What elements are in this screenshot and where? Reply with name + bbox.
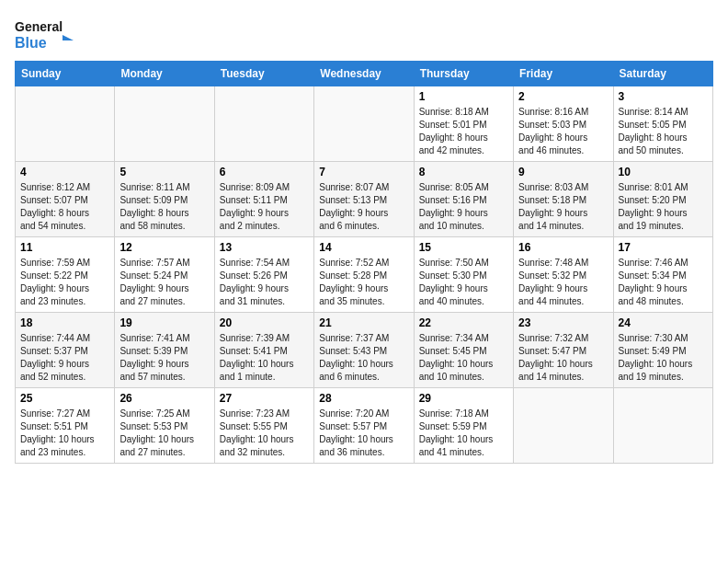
calendar-cell: 7Sunrise: 8:07 AM Sunset: 5:13 PM Daylig… — [314, 162, 414, 237]
calendar-cell — [514, 388, 613, 464]
calendar-cell: 13Sunrise: 7:54 AM Sunset: 5:26 PM Dayli… — [214, 237, 313, 313]
day-number: 6 — [220, 166, 309, 178]
day-number: 13 — [220, 241, 309, 254]
calendar-cell: 1Sunrise: 8:18 AM Sunset: 5:01 PM Daylig… — [414, 86, 513, 162]
day-number: 2 — [518, 90, 608, 103]
day-number: 23 — [518, 316, 608, 329]
day-info: Sunrise: 7:18 AM Sunset: 5:59 PM Dayligh… — [419, 408, 508, 459]
calendar-cell: 19Sunrise: 7:41 AM Sunset: 5:39 PM Dayli… — [115, 313, 214, 388]
day-info: Sunrise: 8:18 AM Sunset: 5:01 PM Dayligh… — [419, 106, 508, 157]
calendar-cell: 28Sunrise: 7:20 AM Sunset: 5:57 PM Dayli… — [314, 388, 414, 464]
logo-icon: GeneralBlue — [15, 15, 79, 52]
day-number: 27 — [220, 392, 309, 405]
day-info: Sunrise: 8:07 AM Sunset: 5:13 PM Dayligh… — [319, 181, 408, 233]
calendar-week-row: 18Sunrise: 7:44 AM Sunset: 5:37 PM Dayli… — [16, 313, 713, 388]
weekday-header: Tuesday — [214, 62, 313, 86]
calendar-week-row: 4Sunrise: 8:12 AM Sunset: 5:07 PM Daylig… — [16, 162, 713, 237]
day-info: Sunrise: 7:20 AM Sunset: 5:57 PM Dayligh… — [319, 408, 408, 459]
calendar-week-row: 11Sunrise: 7:59 AM Sunset: 5:22 PM Dayli… — [16, 237, 713, 313]
day-number: 25 — [20, 392, 109, 405]
calendar-cell: 14Sunrise: 7:52 AM Sunset: 5:28 PM Dayli… — [314, 237, 414, 313]
day-number: 15 — [419, 241, 508, 254]
day-number: 11 — [20, 241, 109, 254]
day-info: Sunrise: 8:14 AM Sunset: 5:05 PM Dayligh… — [619, 106, 708, 157]
calendar-cell: 20Sunrise: 7:39 AM Sunset: 5:41 PM Dayli… — [214, 313, 313, 388]
day-number: 12 — [119, 241, 209, 254]
calendar-cell — [314, 86, 414, 162]
day-info: Sunrise: 8:12 AM Sunset: 5:07 PM Dayligh… — [20, 181, 109, 233]
calendar-cell: 22Sunrise: 7:34 AM Sunset: 5:45 PM Dayli… — [414, 313, 513, 388]
weekday-header: Wednesday — [314, 62, 414, 86]
calendar-week-row: 1Sunrise: 8:18 AM Sunset: 5:01 PM Daylig… — [16, 86, 713, 162]
day-number: 3 — [619, 90, 708, 103]
day-info: Sunrise: 7:44 AM Sunset: 5:37 PM Dayligh… — [20, 332, 109, 384]
day-info: Sunrise: 7:34 AM Sunset: 5:45 PM Dayligh… — [419, 332, 508, 384]
calendar-table: SundayMondayTuesdayWednesdayThursdayFrid… — [15, 61, 713, 464]
day-info: Sunrise: 8:16 AM Sunset: 5:03 PM Dayligh… — [518, 106, 608, 157]
day-info: Sunrise: 7:54 AM Sunset: 5:26 PM Dayligh… — [220, 257, 309, 308]
day-info: Sunrise: 7:59 AM Sunset: 5:22 PM Dayligh… — [20, 257, 109, 308]
page-header: GeneralBlue — [15, 15, 713, 52]
calendar-header-row: SundayMondayTuesdayWednesdayThursdayFrid… — [16, 62, 713, 86]
svg-text:Blue: Blue — [15, 35, 47, 51]
calendar-cell: 24Sunrise: 7:30 AM Sunset: 5:49 PM Dayli… — [613, 313, 712, 388]
day-info: Sunrise: 7:27 AM Sunset: 5:51 PM Dayligh… — [20, 408, 109, 459]
calendar-cell: 6Sunrise: 8:09 AM Sunset: 5:11 PM Daylig… — [214, 162, 313, 237]
day-number: 16 — [518, 241, 608, 254]
day-info: Sunrise: 8:09 AM Sunset: 5:11 PM Dayligh… — [220, 181, 309, 233]
calendar-cell: 8Sunrise: 8:05 AM Sunset: 5:16 PM Daylig… — [414, 162, 513, 237]
day-number: 1 — [419, 90, 508, 103]
day-info: Sunrise: 8:11 AM Sunset: 5:09 PM Dayligh… — [119, 181, 209, 233]
svg-marker-2 — [63, 35, 74, 40]
calendar-cell: 25Sunrise: 7:27 AM Sunset: 5:51 PM Dayli… — [16, 388, 115, 464]
day-info: Sunrise: 7:23 AM Sunset: 5:55 PM Dayligh… — [220, 408, 309, 459]
calendar-cell: 27Sunrise: 7:23 AM Sunset: 5:55 PM Dayli… — [214, 388, 313, 464]
calendar-cell: 21Sunrise: 7:37 AM Sunset: 5:43 PM Dayli… — [314, 313, 414, 388]
calendar-cell: 9Sunrise: 8:03 AM Sunset: 5:18 PM Daylig… — [514, 162, 613, 237]
weekday-header: Monday — [115, 62, 214, 86]
day-number: 4 — [20, 166, 109, 178]
calendar-cell: 26Sunrise: 7:25 AM Sunset: 5:53 PM Dayli… — [115, 388, 214, 464]
day-info: Sunrise: 7:50 AM Sunset: 5:30 PM Dayligh… — [419, 257, 508, 308]
day-number: 22 — [419, 316, 508, 329]
day-number: 10 — [619, 166, 708, 178]
day-info: Sunrise: 7:52 AM Sunset: 5:28 PM Dayligh… — [319, 257, 408, 308]
calendar-cell: 11Sunrise: 7:59 AM Sunset: 5:22 PM Dayli… — [16, 237, 115, 313]
day-info: Sunrise: 7:46 AM Sunset: 5:34 PM Dayligh… — [619, 257, 708, 308]
calendar-cell: 16Sunrise: 7:48 AM Sunset: 5:32 PM Dayli… — [514, 237, 613, 313]
day-number: 24 — [619, 316, 708, 329]
calendar-week-row: 25Sunrise: 7:27 AM Sunset: 5:51 PM Dayli… — [16, 388, 713, 464]
weekday-header: Friday — [514, 62, 613, 86]
calendar-cell: 2Sunrise: 8:16 AM Sunset: 5:03 PM Daylig… — [514, 86, 613, 162]
calendar-cell: 23Sunrise: 7:32 AM Sunset: 5:47 PM Dayli… — [514, 313, 613, 388]
weekday-header: Saturday — [613, 62, 712, 86]
weekday-header: Sunday — [16, 62, 115, 86]
day-info: Sunrise: 8:05 AM Sunset: 5:16 PM Dayligh… — [419, 181, 508, 233]
calendar-cell: 18Sunrise: 7:44 AM Sunset: 5:37 PM Dayli… — [16, 313, 115, 388]
day-number: 5 — [119, 166, 209, 178]
calendar-cell — [115, 86, 214, 162]
day-info: Sunrise: 8:01 AM Sunset: 5:20 PM Dayligh… — [619, 181, 708, 233]
calendar-cell: 12Sunrise: 7:57 AM Sunset: 5:24 PM Dayli… — [115, 237, 214, 313]
day-number: 17 — [619, 241, 708, 254]
calendar-cell — [613, 388, 712, 464]
day-info: Sunrise: 7:48 AM Sunset: 5:32 PM Dayligh… — [518, 257, 608, 308]
calendar-cell: 5Sunrise: 8:11 AM Sunset: 5:09 PM Daylig… — [115, 162, 214, 237]
calendar-cell: 17Sunrise: 7:46 AM Sunset: 5:34 PM Dayli… — [613, 237, 712, 313]
calendar-cell: 4Sunrise: 8:12 AM Sunset: 5:07 PM Daylig… — [16, 162, 115, 237]
day-number: 9 — [518, 166, 608, 178]
day-info: Sunrise: 7:32 AM Sunset: 5:47 PM Dayligh… — [518, 332, 608, 384]
calendar-cell: 29Sunrise: 7:18 AM Sunset: 5:59 PM Dayli… — [414, 388, 513, 464]
day-info: Sunrise: 7:37 AM Sunset: 5:43 PM Dayligh… — [319, 332, 408, 384]
svg-text:General: General — [15, 19, 63, 34]
day-info: Sunrise: 7:41 AM Sunset: 5:39 PM Dayligh… — [119, 332, 209, 384]
calendar-cell: 10Sunrise: 8:01 AM Sunset: 5:20 PM Dayli… — [613, 162, 712, 237]
weekday-header: Thursday — [414, 62, 513, 86]
day-number: 8 — [419, 166, 508, 178]
calendar-cell: 15Sunrise: 7:50 AM Sunset: 5:30 PM Dayli… — [414, 237, 513, 313]
day-info: Sunrise: 8:03 AM Sunset: 5:18 PM Dayligh… — [518, 181, 608, 233]
day-number: 20 — [220, 316, 309, 329]
calendar-cell — [16, 86, 115, 162]
day-number: 21 — [319, 316, 408, 329]
calendar-cell — [214, 86, 313, 162]
